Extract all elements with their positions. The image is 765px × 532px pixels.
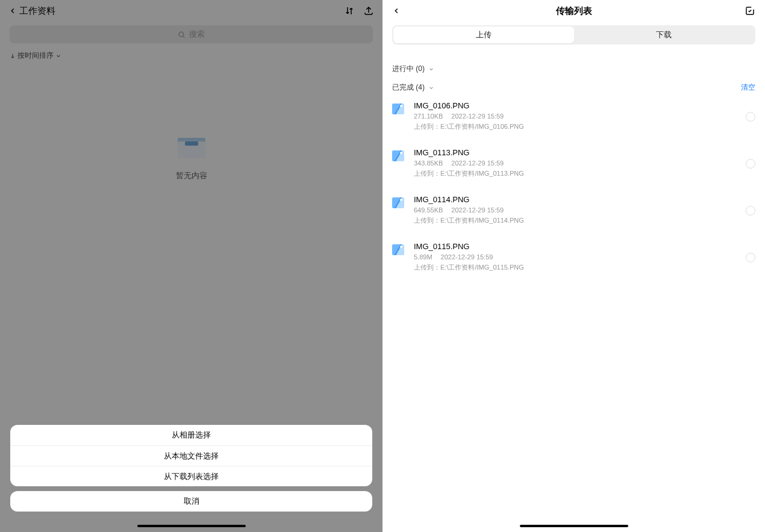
clear-button[interactable]: 清空 — [741, 82, 755, 93]
inprogress-header[interactable]: 进行中 (0) — [382, 64, 765, 74]
list-item[interactable]: IMG_0115.PNG 5.89M2022-12-29 15:59 上传到：E… — [392, 234, 755, 280]
image-icon — [392, 244, 404, 255]
completed-toggle[interactable]: 已完成 (4) — [392, 82, 434, 93]
left-panel: 工作资料 搜索 按时间排序 暂无内容 — [0, 0, 382, 532]
file-path: 上传到：E:\工作资料/IMG_0115.PNG — [414, 263, 736, 272]
file-size: 649.55KB — [414, 206, 443, 214]
chevron-down-icon — [428, 85, 434, 91]
file-time: 2022-12-29 15:59 — [451, 159, 504, 167]
list-item[interactable]: IMG_0114.PNG 649.55KB2022-12-29 15:59 上传… — [392, 187, 755, 234]
page-title: 传输列表 — [556, 5, 592, 17]
right-header: 传输列表 — [382, 0, 765, 22]
sort-icon[interactable] — [344, 5, 355, 16]
file-size: 5.89M — [414, 253, 432, 261]
file-name: IMG_0113.PNG — [414, 148, 736, 157]
right-panel: 传输列表 上传 下载 进行中 (0) 已完成 (4) 清空 IMG_0106.P… — [382, 0, 765, 532]
action-sheet: 从相册选择 从本地文件选择 从下载列表选择 取消 — [10, 425, 372, 512]
back-icon[interactable] — [8, 7, 17, 15]
file-name: IMG_0115.PNG — [414, 242, 736, 251]
search-icon — [178, 31, 186, 39]
left-header: 工作资料 — [0, 0, 382, 22]
cancel-button[interactable]: 取消 — [10, 491, 372, 512]
chevron-down-icon — [428, 66, 434, 72]
file-path: 上传到：E:\工作资料/IMG_0106.PNG — [414, 122, 736, 131]
tabs: 上传 下载 — [392, 25, 755, 45]
search-placeholder: 搜索 — [189, 29, 205, 40]
empty-state: 暂无内容 — [0, 135, 382, 181]
image-icon — [392, 150, 404, 161]
folder-title: 工作资料 — [19, 5, 55, 17]
home-indicator — [520, 525, 628, 527]
image-icon — [392, 197, 404, 208]
select-radio[interactable] — [746, 253, 755, 262]
select-radio[interactable] — [746, 112, 755, 122]
inprogress-label: 进行中 (0) — [392, 64, 425, 74]
back-icon[interactable] — [392, 7, 401, 15]
chevron-down-icon — [55, 53, 61, 59]
file-name: IMG_0106.PNG — [414, 101, 736, 110]
tab-upload[interactable]: 上传 — [393, 26, 574, 43]
list-item[interactable]: IMG_0113.PNG 343.85KB2022-12-29 15:59 上传… — [392, 140, 755, 187]
upload-icon[interactable] — [363, 5, 374, 16]
arrow-down-icon — [10, 53, 16, 59]
file-size: 343.85KB — [414, 159, 443, 167]
file-time: 2022-12-29 15:59 — [451, 113, 504, 120]
search-input[interactable]: 搜索 — [10, 25, 373, 43]
tab-download[interactable]: 下载 — [574, 26, 755, 43]
inbox-icon — [178, 135, 205, 158]
select-radio[interactable] — [746, 206, 755, 215]
file-time: 2022-12-29 15:59 — [441, 253, 493, 261]
file-path: 上传到：E:\工作资料/IMG_0113.PNG — [414, 169, 736, 178]
sheet-album-button[interactable]: 从相册选择 — [10, 425, 372, 445]
svg-point-0 — [179, 32, 184, 37]
sheet-local-button[interactable]: 从本地文件选择 — [10, 445, 372, 466]
file-time: 2022-12-29 15:59 — [451, 206, 504, 214]
sort-dropdown[interactable]: 按时间排序 — [0, 43, 382, 61]
file-list: IMG_0106.PNG 271.10KB2022-12-29 15:59 上传… — [382, 93, 765, 280]
list-item[interactable]: IMG_0106.PNG 271.10KB2022-12-29 15:59 上传… — [392, 93, 755, 140]
file-size: 271.10KB — [414, 113, 443, 120]
select-radio[interactable] — [746, 159, 755, 169]
file-path: 上传到：E:\工作资料/IMG_0114.PNG — [414, 216, 736, 225]
image-icon — [392, 104, 404, 114]
completed-header: 已完成 (4) 清空 — [382, 82, 765, 93]
empty-text: 暂无内容 — [176, 170, 207, 181]
home-indicator — [137, 525, 246, 527]
sort-label: 按时间排序 — [17, 51, 54, 61]
completed-label: 已完成 (4) — [392, 82, 425, 93]
sheet-download-button[interactable]: 从下载列表选择 — [10, 466, 372, 486]
file-name: IMG_0114.PNG — [414, 195, 736, 204]
select-icon[interactable] — [745, 5, 755, 16]
